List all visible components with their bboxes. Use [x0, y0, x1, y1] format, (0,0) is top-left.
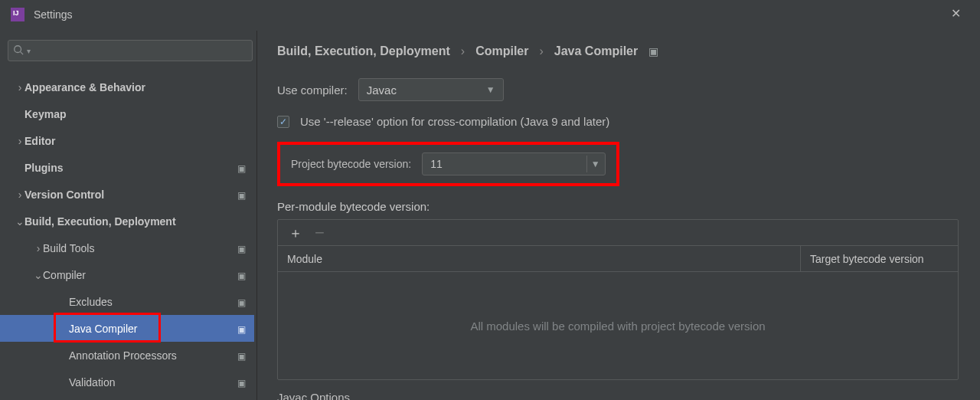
release-option-checkbox[interactable]: ✓ — [277, 116, 289, 128]
project-scope-icon: ▣ — [237, 378, 247, 387]
search-icon — [13, 44, 24, 57]
app-icon — [11, 8, 24, 21]
tree-item-java-compiler[interactable]: Java Compiler▣ — [0, 315, 254, 342]
project-scope-icon: ▣ — [237, 297, 247, 307]
column-module[interactable]: Module — [278, 246, 801, 271]
tree-item-version-control[interactable]: ›Version Control▣ — [0, 181, 254, 208]
use-compiler-dropdown[interactable]: Javac ▼ — [358, 78, 504, 101]
dropdown-value: Javac — [367, 84, 397, 97]
chevron-right-icon: › — [34, 242, 43, 254]
project-scope-icon: ▣ — [237, 244, 247, 253]
settings-tree: ›Appearance & Behavior Keymap ›Editor Pl… — [0, 70, 254, 395]
javac-options-section: Javac Options — [277, 391, 963, 400]
chevron-down-icon: ⌄ — [34, 269, 43, 281]
tree-item-build-tools[interactable]: ›Build Tools▣ — [0, 234, 254, 261]
tree-item-label: Validation — [69, 376, 237, 389]
project-scope-icon: ▣ — [237, 351, 247, 360]
project-scope-icon: ▣ — [648, 45, 658, 57]
dropdown-value: 11 — [430, 158, 443, 170]
table-empty-message: All modules will be compiled with projec… — [278, 272, 958, 379]
release-option-label: Use '--release' option for cross-compila… — [300, 115, 609, 128]
tree-item-editor[interactable]: ›Editor — [0, 127, 254, 154]
tree-item-annotation-processors[interactable]: Annotation Processors▣ — [0, 342, 254, 369]
breadcrumb-item: Java Compiler — [554, 44, 638, 58]
tree-item-label: Build, Execution, Deployment — [24, 215, 247, 228]
chevron-right-icon: › — [461, 44, 465, 58]
project-scope-icon: ▣ — [237, 270, 247, 280]
tree-item-compiler[interactable]: ⌄Compiler▣ — [0, 261, 254, 288]
tree-item-label: Version Control — [24, 189, 237, 201]
tree-item-label: Appearance & Behavior — [24, 81, 247, 93]
tree-item-plugins[interactable]: Plugins▣ — [0, 154, 254, 181]
tree-item-label: Plugins — [24, 162, 237, 174]
chevron-right-icon: › — [539, 44, 543, 58]
column-target-bytecode[interactable]: Target bytecode version — [801, 246, 958, 271]
chevron-right-icon: › — [15, 135, 24, 147]
tree-item-validation[interactable]: Validation▣ — [0, 369, 254, 395]
breadcrumb: Build, Execution, Deployment › Compiler … — [277, 44, 963, 58]
chevron-right-icon: › — [15, 81, 24, 93]
svg-point-0 — [15, 45, 21, 52]
tree-item-label: Compiler — [43, 269, 237, 281]
project-bytecode-dropdown[interactable]: 11 ▼ — [422, 152, 606, 175]
project-scope-icon: ▣ — [237, 190, 247, 199]
breadcrumb-item[interactable]: Compiler — [475, 44, 528, 58]
tree-item-build[interactable]: ⌄Build, Execution, Deployment — [0, 208, 254, 234]
tree-item-label: Java Compiler — [69, 323, 237, 335]
highlight-annotation: Project bytecode version: 11 ▼ — [277, 142, 619, 186]
add-icon[interactable]: ＋ — [289, 224, 302, 242]
tree-item-label: Keymap — [24, 108, 247, 120]
chevron-down-icon: ⌄ — [15, 215, 24, 228]
tree-item-label: Build Tools — [43, 242, 237, 254]
sidebar: ▾ ›Appearance & Behavior Keymap ›Editor … — [0, 31, 254, 400]
tree-item-label: Annotation Processors — [69, 349, 237, 362]
search-input[interactable]: ▾ — [8, 40, 253, 61]
project-scope-icon: ▣ — [237, 163, 247, 172]
tree-item-label: Excludes — [69, 296, 237, 308]
use-compiler-label: Use compiler: — [277, 84, 348, 97]
per-module-table: ＋ − Module Target bytecode version All m… — [277, 219, 959, 380]
close-icon[interactable]: ✕ — [949, 8, 962, 20]
project-scope-icon: ▣ — [237, 324, 247, 333]
tree-item-label: Editor — [24, 135, 247, 147]
breadcrumb-item[interactable]: Build, Execution, Deployment — [277, 44, 450, 58]
window-title: Settings — [34, 8, 73, 21]
tree-item-keymap[interactable]: Keymap — [0, 100, 254, 127]
tree-item-excludes[interactable]: Excludes▣ — [0, 288, 254, 315]
content-panel: Build, Execution, Deployment › Compiler … — [260, 31, 980, 400]
project-bytecode-label: Project bytecode version: — [291, 158, 411, 170]
chevron-right-icon: › — [15, 189, 24, 201]
chevron-down-icon: ▼ — [586, 156, 603, 172]
history-icon[interactable]: ▾ — [27, 47, 31, 55]
tree-item-appearance[interactable]: ›Appearance & Behavior — [0, 74, 254, 100]
table-toolbar: ＋ − — [278, 220, 958, 246]
per-module-label: Per-module bytecode version: — [277, 200, 963, 213]
table-header: Module Target bytecode version — [278, 246, 958, 272]
panel-divider[interactable] — [254, 31, 257, 400]
chevron-down-icon: ▼ — [486, 84, 495, 95]
svg-line-1 — [21, 51, 24, 54]
